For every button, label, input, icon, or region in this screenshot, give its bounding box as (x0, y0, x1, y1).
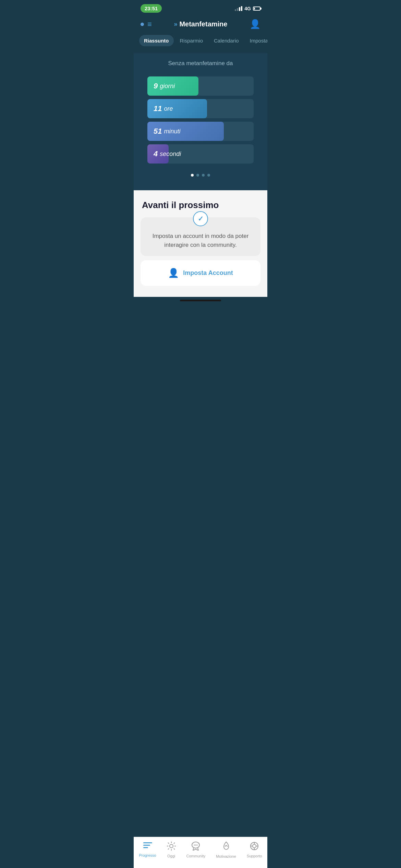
page-dot-2[interactable] (196, 174, 199, 177)
network-text: 4G (244, 6, 251, 11)
battery (253, 7, 260, 11)
profile-icon[interactable]: 👤 (250, 19, 260, 29)
header-left: ≡ (141, 21, 152, 28)
header: ≡ » Metanfetamine 👤 (134, 15, 267, 35)
timer-bar-days: 9 giorni (147, 76, 254, 96)
tab-calendario[interactable]: Calendario (209, 35, 244, 46)
timer-subtitle: Senza metanfetamine da (144, 60, 257, 67)
timer-minutes-label: minuti (164, 128, 180, 135)
check-icon: ✓ (198, 215, 204, 223)
timer-seconds-number: 4 (154, 149, 158, 158)
account-icon: 👤 (168, 268, 179, 278)
timer-bar-minutes: 51 minuti (147, 122, 254, 141)
home-indicator (180, 300, 221, 301)
status-bar: 23:51 4G (134, 0, 267, 15)
action-label: Imposta Account (183, 269, 233, 277)
battery-body (253, 7, 260, 11)
signal-bar-3 (239, 7, 240, 11)
timer-bar-minutes-fill: 51 minuti (147, 122, 224, 141)
signal-bar-2 (237, 8, 238, 11)
status-time: 23:51 (141, 4, 162, 13)
timer-bar-hours-fill: 11 ore (147, 99, 207, 118)
main-section: Senza metanfetamine da 9 giorni 11 ore 5… (134, 53, 267, 190)
timer-minutes-number: 51 (154, 127, 162, 136)
section-heading: Avanti il prossimo (141, 200, 260, 210)
timer-seconds-label: secondi (160, 150, 181, 158)
timer-days-label: giorni (160, 83, 175, 90)
tab-risparmio[interactable]: Risparmio (175, 35, 208, 46)
status-right: 4G (235, 6, 260, 11)
dot-indicator (141, 23, 144, 26)
page-dot-1[interactable] (191, 174, 194, 177)
tab-impostazioni[interactable]: Impostazioni (245, 35, 267, 46)
completed-card: ✓ Imposta un account in modo da poter in… (141, 217, 260, 256)
page-title: Metanfetamine (179, 20, 227, 28)
timer-bars: 9 giorni 11 ore 51 minuti 4 secondi (144, 76, 257, 164)
page-dots (144, 174, 257, 180)
page-dot-4[interactable] (207, 174, 210, 177)
signal-bar-4 (241, 6, 242, 11)
signal-bars (235, 6, 242, 11)
timer-bar-hours: 11 ore (147, 99, 254, 118)
timer-hours-number: 11 (154, 104, 162, 113)
hamburger-icon[interactable]: ≡ (147, 21, 152, 28)
chevrons-icon: » (174, 21, 177, 28)
timer-bar-seconds-fill: 4 secondi (147, 144, 169, 164)
header-title-area: » Metanfetamine (174, 20, 227, 28)
tab-bar: Riassunto Risparmio Calendario Impostazi… (134, 35, 267, 46)
white-section: Avanti il prossimo ✓ Imposta un account … (134, 190, 267, 297)
battery-fill (254, 8, 255, 10)
timer-days-number: 9 (154, 82, 158, 91)
signal-bar-1 (235, 9, 236, 11)
timer-hours-label: ore (164, 105, 173, 112)
tab-riassunto[interactable]: Riassunto (139, 35, 174, 46)
check-circle: ✓ (193, 211, 208, 226)
page-dot-3[interactable] (202, 174, 205, 177)
timer-bar-days-fill: 9 giorni (147, 76, 198, 96)
card-description: Imposta un account in modo da poter inte… (147, 232, 254, 249)
action-card[interactable]: 👤 Imposta Account (141, 260, 260, 286)
timer-bar-seconds: 4 secondi (147, 144, 254, 164)
